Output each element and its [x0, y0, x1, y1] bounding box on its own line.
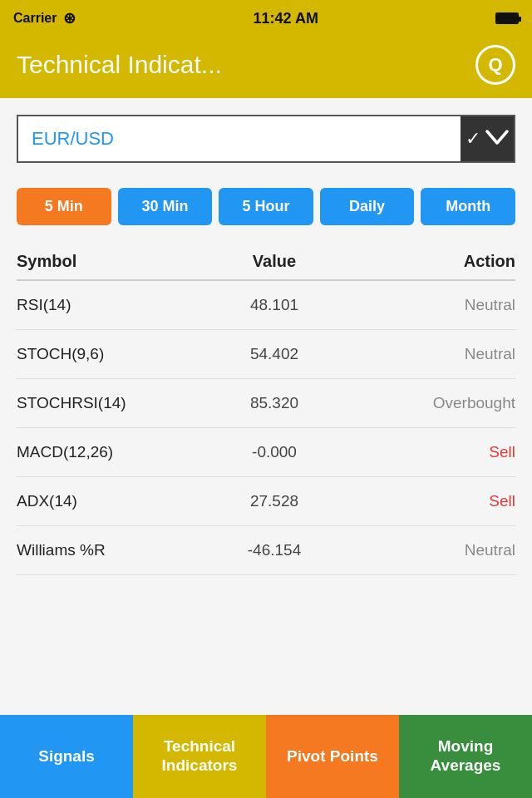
status-bar: Carrier ⊛ 11:42 AM: [0, 0, 532, 37]
table-row: RSI(14) 48.101 Neutral: [17, 281, 515, 330]
battery-icon: [495, 12, 519, 24]
table-row: STOCHRSI(14) 85.320 Overbought: [17, 379, 515, 428]
bottom-tab-bar: Signals Technical Indicators Pivot Point…: [0, 715, 532, 798]
row-symbol: Williams %R: [17, 541, 200, 559]
table-row: MACD(12,26) -0.000 Sell: [17, 428, 515, 477]
col-header-value: Value: [200, 252, 349, 271]
col-header-action: Action: [349, 252, 515, 271]
row-action: Neutral: [349, 541, 515, 559]
table-row: ADX(14) 27.528 Sell: [17, 477, 515, 526]
bottom-tab-pivot[interactable]: Pivot Points: [266, 715, 399, 798]
chevron-svg: [485, 130, 509, 145]
currency-input[interactable]: [18, 116, 461, 161]
row-action: Neutral: [349, 345, 515, 363]
time-period-tabs: 5 Min 30 Min 5 Hour Daily Month: [17, 188, 515, 225]
chevron-down-icon: ✓: [466, 130, 509, 148]
table-row: STOCH(9,6) 54.402 Neutral: [17, 330, 515, 379]
row-action: Sell: [349, 443, 515, 461]
bottom-tab-technical[interactable]: Technical Indicators: [133, 715, 266, 798]
status-left: Carrier ⊛: [13, 9, 76, 27]
table-row: Williams %R -46.154 Neutral: [17, 526, 515, 575]
tab-month[interactable]: Month: [421, 188, 515, 225]
carrier-label: Carrier: [13, 11, 57, 26]
row-action: Neutral: [349, 296, 515, 314]
tab-5hour[interactable]: 5 Hour: [219, 188, 313, 225]
tab-daily[interactable]: Daily: [320, 188, 415, 225]
row-symbol: STOCH(9,6): [17, 345, 200, 363]
row-action: Overbought: [349, 394, 515, 412]
tab-5min[interactable]: 5 Min: [17, 188, 111, 225]
indicators-table: RSI(14) 48.101 Neutral STOCH(9,6) 54.402…: [17, 281, 515, 575]
tab-30min[interactable]: 30 Min: [118, 188, 213, 225]
main-content: ✓ 5 Min 30 Min 5 Hour Daily Month Symbol…: [0, 98, 532, 575]
bottom-tab-moving[interactable]: Moving Averages: [399, 715, 532, 798]
col-header-symbol: Symbol: [17, 252, 200, 271]
status-right: [495, 12, 519, 24]
row-symbol: RSI(14): [17, 296, 200, 314]
row-action: Sell: [349, 492, 515, 510]
row-symbol: ADX(14): [17, 492, 200, 510]
currency-selector[interactable]: ✓: [17, 115, 515, 163]
refresh-icon[interactable]: Q: [475, 45, 515, 85]
row-value: 48.101: [200, 296, 349, 314]
header: Technical Indicat... Q: [0, 37, 532, 98]
header-title: Technical Indicat...: [17, 51, 475, 79]
bottom-tab-signals[interactable]: Signals: [0, 715, 133, 798]
row-value: 27.528: [200, 492, 349, 510]
table-header: Symbol Value Action: [17, 245, 515, 281]
row-value: -0.000: [200, 443, 349, 461]
row-value: 85.320: [200, 394, 349, 412]
row-symbol: STOCHRSI(14): [17, 394, 200, 412]
row-value: -46.154: [200, 541, 349, 559]
wifi-icon: ⊛: [63, 9, 76, 27]
row-symbol: MACD(12,26): [17, 443, 200, 461]
row-value: 54.402: [200, 345, 349, 363]
battery-fill: [497, 14, 517, 22]
status-time: 11:42 AM: [254, 10, 318, 27]
currency-dropdown-button[interactable]: ✓: [461, 116, 514, 161]
